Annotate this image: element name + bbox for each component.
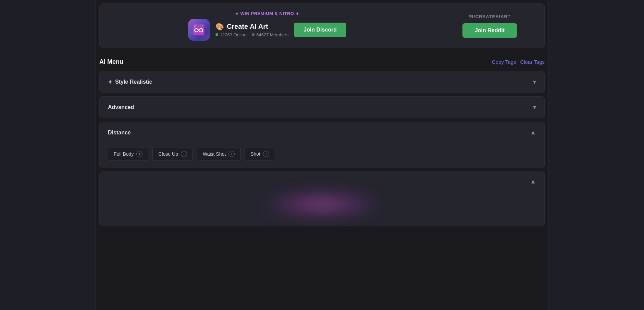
style-accordion-header[interactable]: ✦ Style Realistic ▾ <box>100 71 544 93</box>
distance-accordion: Distance ▲ Full Body i Close Up i Waist … <box>99 122 545 168</box>
ai-menu-header: AI Menu Copy Tags Clear Tags <box>99 58 545 65</box>
advanced-chevron-icon: ▾ <box>533 104 536 111</box>
online-dot <box>215 33 218 36</box>
shot-info-icon[interactable]: i <box>263 151 269 157</box>
copy-tags-button[interactable]: Copy Tags <box>492 59 516 65</box>
blur-glow <box>267 191 377 218</box>
discord-name-emoji: 🎨 <box>215 23 224 31</box>
shot-option[interactable]: Shot i <box>245 147 275 161</box>
discord-panel: ♦ WIN PREMIUM & NITRO ♦ ♾️ 🎨 Create AI A… <box>100 4 435 48</box>
reddit-panel: /R/CREATEAIART Join Reddit <box>435 4 544 48</box>
right-sidebar <box>548 0 644 310</box>
reddit-label: /R/CREATEAIART <box>469 14 511 19</box>
blurred-section-chevron-icon: ▲ <box>530 178 536 185</box>
premium-label: ♦ WIN PREMIUM & NITRO ♦ <box>236 11 299 16</box>
close-up-info-icon[interactable]: i <box>181 151 187 157</box>
discord-stats: 12063 Online 64627 Members <box>215 32 288 37</box>
full-body-info-icon[interactable]: i <box>136 151 143 157</box>
blurred-content <box>100 172 544 226</box>
diamond-right-icon: ♦ <box>296 11 299 16</box>
member-stat: 64627 Members <box>252 32 288 37</box>
distance-chevron-icon: ▲ <box>530 129 536 136</box>
distance-accordion-title: Distance <box>108 130 131 136</box>
discord-avatar: ♾️ <box>188 19 210 41</box>
main-content: ♦ WIN PREMIUM & NITRO ♦ ♾️ 🎨 Create AI A… <box>0 0 644 310</box>
clear-tags-button[interactable]: Clear Tags <box>520 59 545 65</box>
full-body-option[interactable]: Full Body i <box>108 147 148 161</box>
distance-accordion-body: Full Body i Close Up i Waist Shot i Shot… <box>100 143 544 168</box>
left-sidebar <box>0 0 96 310</box>
ai-menu-title: AI Menu <box>99 58 123 65</box>
discord-name: 🎨 Create AI Art <box>215 23 288 31</box>
tag-actions: Copy Tags Clear Tags <box>492 59 545 65</box>
blurred-section: ▲ <box>99 171 545 226</box>
advanced-accordion: Advanced ▾ <box>99 96 545 118</box>
banner-container: ♦ WIN PREMIUM & NITRO ♦ ♾️ 🎨 Create AI A… <box>99 3 545 48</box>
distance-options: Full Body i Close Up i Waist Shot i Shot… <box>108 147 536 161</box>
join-reddit-button[interactable]: Join Reddit <box>462 23 517 38</box>
join-discord-button[interactable]: Join Discord <box>294 23 346 37</box>
advanced-accordion-header[interactable]: Advanced ▾ <box>100 97 544 118</box>
distance-accordion-header[interactable]: Distance ▲ <box>100 122 544 143</box>
sparkle-icon: ✦ <box>108 79 112 85</box>
discord-text: 🎨 Create AI Art 12063 Online 64627 Membe… <box>215 23 288 37</box>
member-dot <box>252 33 255 36</box>
discord-info-row: ♾️ 🎨 Create AI Art 12063 Online <box>108 19 426 41</box>
discord-avatar-inner: ♾️ <box>188 19 210 41</box>
style-chevron-icon: ▾ <box>533 78 536 86</box>
diamond-left-icon: ♦ <box>236 11 238 16</box>
advanced-accordion-title: Advanced <box>108 104 134 110</box>
online-stat: 12063 Online <box>215 32 246 37</box>
close-up-option[interactable]: Close Up i <box>152 147 193 161</box>
waist-shot-info-icon[interactable]: i <box>228 151 235 157</box>
waist-shot-option[interactable]: Waist Shot i <box>197 147 240 161</box>
style-accordion: ✦ Style Realistic ▾ <box>99 71 545 93</box>
style-accordion-title: ✦ Style Realistic <box>108 79 152 85</box>
